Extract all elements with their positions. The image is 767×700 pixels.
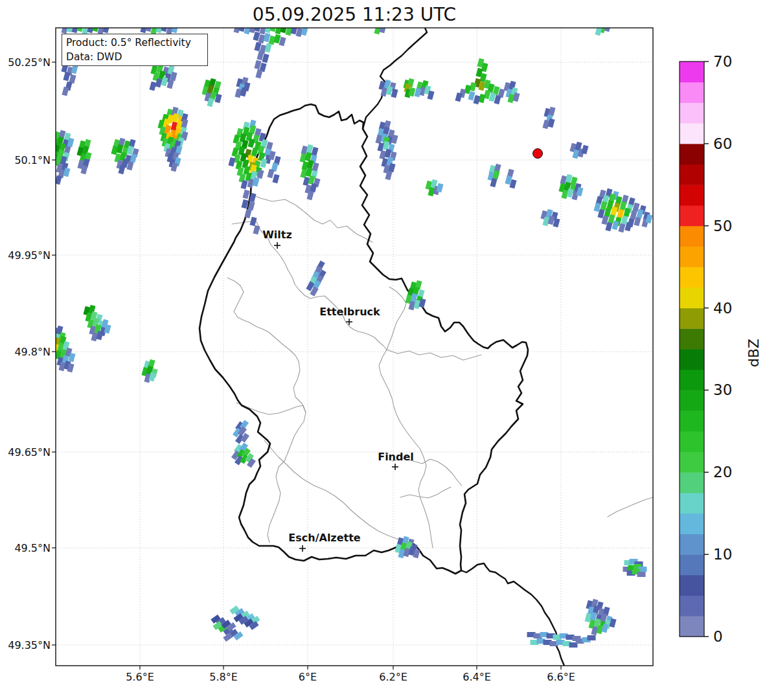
- colorbar-segment: [680, 452, 704, 473]
- colorbar-tick-label: 30: [713, 381, 732, 398]
- district-border: [379, 350, 433, 548]
- y-axis-tick-label: 49.35°N: [0, 639, 51, 651]
- x-axis-tick-label: 5.8°E: [209, 671, 238, 683]
- radar-cell: [228, 157, 235, 167]
- colorbar-segment: [680, 185, 704, 205]
- colorbar-tick-label: 0: [713, 628, 723, 645]
- colorbar-segment: [680, 205, 704, 226]
- colorbar-tick-label: 50: [713, 218, 732, 234]
- colorbar-segment: [680, 164, 704, 185]
- y-axis-tick-label: 49.8°N: [0, 346, 51, 358]
- radar-cell: [548, 107, 555, 117]
- radar-cell: [244, 209, 251, 219]
- colorbar-segment: [680, 575, 704, 596]
- y-axis-tick-label: 49.65°N: [0, 446, 51, 458]
- district-border: [387, 287, 406, 350]
- city-marker-ettelbruck: [346, 319, 352, 325]
- colorbar-tick-label: 10: [713, 546, 732, 563]
- city-label-ettelbruck: Ettelbruck: [319, 306, 380, 318]
- country-border-belgium-germany: [363, 28, 427, 129]
- colorbar-tick-label: 40: [713, 300, 732, 317]
- colorbar-segment: [680, 123, 704, 144]
- colorbar-tick-label: 70: [713, 53, 732, 70]
- radar-cell: [310, 183, 317, 193]
- radar-cell: [62, 87, 69, 96]
- radar-cell: [102, 24, 109, 34]
- radar-map-canvas: [0, 0, 767, 700]
- colorbar-segment: [680, 534, 704, 554]
- x-axis-tick-label: 6.4°E: [463, 671, 491, 683]
- radar-cell: [253, 225, 260, 235]
- radar-cell: [473, 95, 480, 105]
- radar-cell: [267, 169, 274, 179]
- colorbar-segment: [680, 472, 704, 493]
- colorbar-segment: [680, 514, 704, 534]
- data-source-line: Data: DWD: [66, 50, 203, 64]
- colorbar-segment: [680, 267, 704, 288]
- radar-cell: [272, 174, 279, 184]
- city-marker-wiltz: [274, 242, 280, 249]
- radar-cell: [379, 24, 386, 34]
- colorbar-segment: [680, 246, 704, 267]
- x-axis-tick-label: 6.2°E: [379, 671, 407, 683]
- colorbar-tick-label: 60: [713, 135, 732, 152]
- radar-cell: [588, 635, 596, 640]
- x-axis-tick-label: 5.6°E: [126, 671, 154, 683]
- x-axis-tick-label: 6.6°E: [547, 671, 575, 683]
- district-border: [387, 350, 481, 360]
- colorbar-segment: [680, 411, 704, 431]
- city-marker-esch-alzette: [299, 545, 306, 552]
- colorbar-tick-label: 20: [713, 464, 732, 480]
- colorbar-segment: [680, 370, 704, 390]
- radar-cell: [249, 217, 257, 227]
- city-marker-findel: [392, 464, 398, 470]
- radar-cell: [149, 82, 156, 91]
- colorbar-segment: [680, 431, 704, 452]
- radar-cell: [455, 93, 462, 102]
- city-label-esch-alzette: Esch/Alzette: [288, 532, 360, 544]
- district-border: [608, 497, 653, 517]
- radar-cell: [604, 23, 611, 32]
- colorbar-segment: [680, 554, 704, 575]
- country-border-france-germany: [461, 563, 564, 666]
- colorbar-segment: [680, 616, 704, 637]
- colorbar-segment: [680, 82, 704, 103]
- city-label-findel: Findel: [378, 451, 414, 463]
- radar-cell: [264, 43, 271, 53]
- product-info-box: Product: 0.5° Reflectivity Data: DWD: [62, 34, 208, 66]
- radar-site-marker: [533, 149, 543, 159]
- colorbar-segment: [680, 596, 704, 616]
- colorbar-segment: [680, 328, 704, 349]
- product-info-line: Product: 0.5° Reflectivity: [66, 36, 203, 50]
- colorbar-segment: [680, 62, 704, 82]
- colorbar-unit-label: dBZ: [746, 339, 762, 367]
- district-border: [400, 487, 451, 498]
- y-axis-tick-label: 50.1°N: [0, 154, 51, 166]
- colorbar-segment: [680, 288, 704, 308]
- radar-cell: [581, 145, 588, 155]
- colorbar-segment: [680, 390, 704, 411]
- radar-cell: [242, 190, 249, 199]
- radar-cell: [171, 24, 178, 34]
- district-border: [227, 278, 306, 543]
- colorbar-segment: [680, 102, 704, 123]
- colorbar-segment: [680, 349, 704, 370]
- colorbar-segment: [680, 493, 704, 514]
- radar-cell: [637, 572, 646, 577]
- city-label-wiltz: Wiltz: [262, 229, 292, 241]
- y-axis-tick-label: 49.95°N: [0, 249, 51, 262]
- colorbar-segment: [680, 308, 704, 329]
- colorbar-segment: [680, 226, 704, 247]
- y-axis-tick-label: 49.5°N: [0, 542, 51, 554]
- radar-map-app: 05.09.2025 11:23 UTC Product: 0.5° Refle…: [0, 0, 767, 700]
- x-axis-tick-label: 6°E: [299, 671, 317, 683]
- radar-cell: [255, 69, 262, 79]
- colorbar-segment: [680, 144, 704, 164]
- y-axis-tick-label: 50.25°N: [0, 56, 51, 69]
- radar-cell: [63, 72, 70, 82]
- radar-cell: [436, 183, 443, 193]
- map-plot-area: [51, 23, 653, 666]
